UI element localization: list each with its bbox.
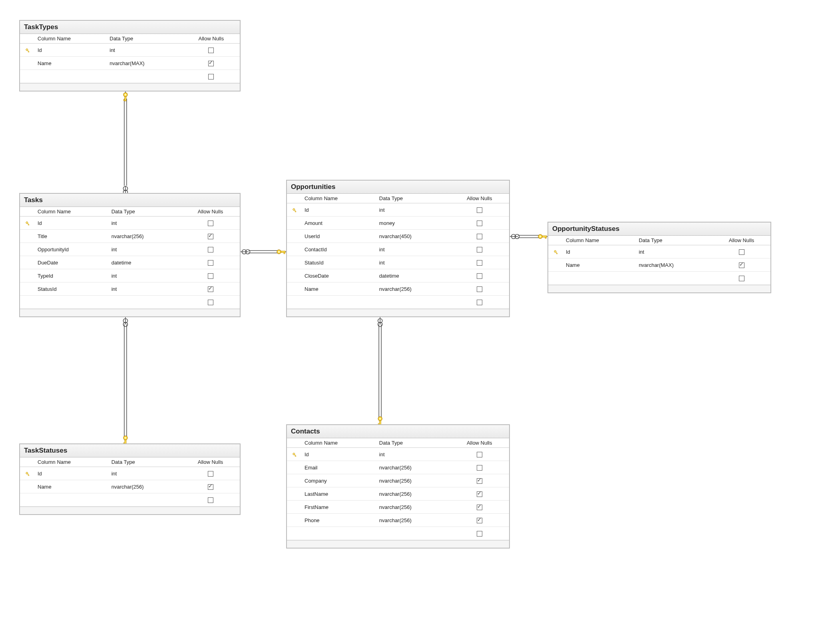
entity-opportunities[interactable]: OpportunitiesColumn NameData TypeAllow N… (286, 180, 510, 317)
allow-nulls-checkbox[interactable] (208, 74, 214, 80)
table-row[interactable]: Namenvarchar(MAX) (548, 258, 770, 272)
allow-nulls-checkbox[interactable] (477, 531, 482, 537)
table-row[interactable]: Idint (20, 217, 240, 230)
entity-opportunitystatuses[interactable]: OpportunityStatusesColumn NameData TypeA… (547, 222, 771, 293)
table-row[interactable]: FirstNamenvarchar(256) (287, 501, 509, 514)
table-row-empty[interactable] (20, 70, 240, 83)
table-row[interactable]: Namenvarchar(256) (20, 480, 240, 493)
allow-nulls-checkbox[interactable] (208, 48, 214, 53)
allow-nulls-cell[interactable] (450, 487, 509, 501)
allow-nulls-checkbox[interactable] (208, 234, 213, 239)
allow-nulls-checkbox[interactable] (208, 273, 213, 279)
table-row[interactable]: CloseDatedatetime (287, 269, 509, 282)
allow-nulls-checkbox[interactable] (739, 262, 744, 268)
allow-nulls-cell[interactable] (450, 217, 509, 230)
allow-nulls-cell[interactable] (183, 57, 240, 70)
allow-nulls-checkbox[interactable] (477, 478, 482, 484)
table-row[interactable]: StatusIdint (20, 282, 240, 296)
table-row[interactable]: Idint (548, 245, 770, 258)
allow-nulls-cell[interactable] (181, 230, 240, 243)
table-row[interactable]: Idint (20, 44, 240, 57)
allow-nulls-checkbox[interactable] (208, 286, 213, 292)
allow-nulls-cell[interactable] (450, 282, 509, 296)
allow-nulls-cell[interactable] (183, 44, 240, 57)
allow-nulls-cell[interactable] (450, 230, 509, 243)
allow-nulls-checkbox[interactable] (477, 260, 482, 266)
allow-nulls-checkbox[interactable] (208, 260, 213, 266)
allow-nulls-cell[interactable] (450, 203, 509, 217)
table-row[interactable]: Idint (20, 467, 240, 480)
table-row[interactable]: Namenvarchar(MAX) (20, 57, 240, 70)
allow-nulls-checkbox[interactable] (208, 300, 213, 305)
allow-nulls-cell[interactable] (450, 269, 509, 282)
allow-nulls-checkbox[interactable] (208, 61, 214, 66)
allow-nulls-checkbox[interactable] (477, 221, 482, 226)
table-row-empty[interactable] (548, 272, 770, 285)
allow-nulls-cell[interactable] (181, 282, 240, 296)
allow-nulls-cell[interactable] (450, 474, 509, 487)
table-row[interactable]: TypeIdint (20, 269, 240, 282)
table-row-empty[interactable] (20, 493, 240, 507)
table-row[interactable]: OpportunityIdint (20, 243, 240, 256)
column-name-cell: Id (35, 467, 109, 480)
entity-tasktypes[interactable]: TaskTypesColumn NameData TypeAllow Nulls… (19, 20, 241, 91)
allow-nulls-cell[interactable] (450, 243, 509, 256)
table-row-empty[interactable] (287, 527, 509, 540)
allow-nulls-checkbox[interactable] (739, 276, 744, 281)
svg-rect-38 (542, 236, 547, 237)
table-row[interactable]: Emailnvarchar(256) (287, 461, 509, 474)
table-row[interactable]: Phonenvarchar(256) (287, 514, 509, 527)
data-type-cell: nvarchar(MAX) (107, 57, 182, 70)
allow-nulls-cell[interactable] (181, 269, 240, 282)
entity-tasks[interactable]: TasksColumn NameData TypeAllow NullsIdin… (19, 193, 241, 317)
table-row-empty[interactable] (20, 296, 240, 309)
table-row[interactable]: Idint (287, 448, 509, 461)
allow-nulls-cell[interactable] (450, 461, 509, 474)
allow-nulls-cell[interactable] (181, 256, 240, 269)
allow-nulls-checkbox[interactable] (208, 221, 213, 226)
allow-nulls-checkbox[interactable] (477, 505, 482, 510)
table-row[interactable]: Titlenvarchar(256) (20, 230, 240, 243)
table-row[interactable]: StatusIdint (287, 256, 509, 269)
column-name-cell: Company (302, 474, 377, 487)
allow-nulls-checkbox[interactable] (477, 286, 482, 292)
table-row[interactable]: ContactIdint (287, 243, 509, 256)
allow-nulls-cell[interactable] (181, 480, 240, 493)
allow-nulls-checkbox[interactable] (477, 518, 482, 523)
table-row[interactable]: UserIdnvarchar(450) (287, 230, 509, 243)
table-row[interactable]: Namenvarchar(256) (287, 282, 509, 296)
table-row[interactable]: DueDatedatetime (20, 256, 240, 269)
entity-contacts[interactable]: ContactsColumn NameData TypeAllow NullsI… (286, 424, 510, 549)
allow-nulls-checkbox[interactable] (477, 465, 482, 471)
allow-nulls-checkbox[interactable] (477, 452, 482, 457)
allow-nulls-checkbox[interactable] (477, 273, 482, 279)
allow-nulls-checkbox[interactable] (477, 234, 482, 239)
allow-nulls-checkbox[interactable] (739, 249, 744, 255)
pk-cell (287, 217, 302, 230)
allow-nulls-checkbox[interactable] (208, 247, 213, 252)
allow-nulls-cell[interactable] (450, 514, 509, 527)
allow-nulls-cell[interactable] (450, 256, 509, 269)
allow-nulls-checkbox[interactable] (208, 484, 213, 490)
table-row[interactable]: Idint (287, 203, 509, 217)
allow-nulls-cell[interactable] (181, 467, 240, 480)
entity-taskstatuses[interactable]: TaskStatusesColumn NameData TypeAllow Nu… (19, 443, 241, 515)
allow-nulls-cell[interactable] (181, 217, 240, 230)
allow-nulls-cell[interactable] (450, 501, 509, 514)
allow-nulls-cell[interactable] (181, 243, 240, 256)
allow-nulls-checkbox[interactable] (208, 497, 213, 503)
header-column-name: Column Name (35, 207, 109, 217)
allow-nulls-checkbox[interactable] (477, 300, 482, 305)
column-name-cell: LastName (302, 487, 377, 501)
allow-nulls-cell[interactable] (713, 245, 770, 258)
allow-nulls-checkbox[interactable] (477, 491, 482, 497)
allow-nulls-cell[interactable] (713, 258, 770, 272)
allow-nulls-checkbox[interactable] (208, 471, 213, 477)
table-row[interactable]: Amountmoney (287, 217, 509, 230)
allow-nulls-cell[interactable] (450, 448, 509, 461)
table-row-empty[interactable] (287, 296, 509, 309)
table-row[interactable]: LastNamenvarchar(256) (287, 487, 509, 501)
allow-nulls-checkbox[interactable] (477, 247, 482, 252)
allow-nulls-checkbox[interactable] (477, 207, 482, 213)
table-row[interactable]: Companynvarchar(256) (287, 474, 509, 487)
